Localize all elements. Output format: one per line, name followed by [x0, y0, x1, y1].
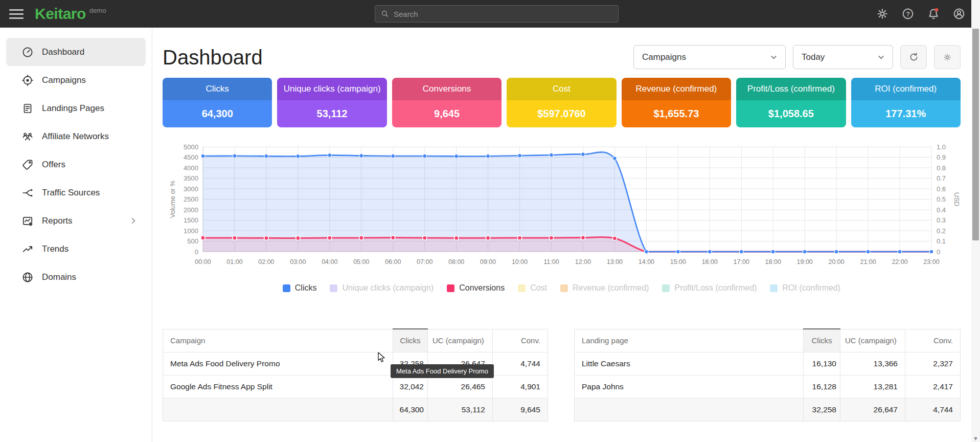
data-point[interactable]: [518, 153, 522, 158]
data-point[interactable]: [201, 236, 205, 240]
sidebar-item-domains[interactable]: Domains: [6, 263, 146, 291]
legend-item-conversions[interactable]: Conversions: [447, 283, 505, 293]
data-point[interactable]: [423, 236, 427, 240]
data-point[interactable]: [454, 154, 459, 159]
data-point[interactable]: [834, 250, 838, 254]
data-point[interactable]: [296, 154, 300, 159]
y-axis-tick: 2500: [184, 195, 198, 203]
refresh-button[interactable]: [900, 45, 927, 69]
legend-item-unique-clicks-campaign-[interactable]: Unique clicks (campaign): [330, 283, 434, 293]
dashboard-settings-button[interactable]: [934, 45, 961, 69]
data-point[interactable]: [929, 250, 933, 254]
sidebar-item-affiliate-networks[interactable]: Affiliate Networks: [6, 122, 146, 150]
notifications-bell-icon[interactable]: [927, 7, 940, 20]
sidebar-item-landings-pages[interactable]: Landings Pages: [6, 94, 146, 122]
metric-card-cost[interactable]: Cost$597.0760: [507, 78, 616, 127]
metric-card-roi-confirmed-[interactable]: ROI (confirmed)177.31%: [851, 78, 961, 127]
metric-card-unique-clicks-campaign-[interactable]: Unique clicks (campaign)53,112: [277, 78, 386, 127]
data-point[interactable]: [581, 235, 585, 239]
legend-item-revenue-confirmed-[interactable]: Revenue (confirmed): [560, 283, 649, 293]
table-row[interactable]: Google Ads Fitness App Split32,04226,465…: [163, 375, 548, 398]
sidebar-item-label: Landings Pages: [42, 103, 104, 114]
sidebar-item-offers[interactable]: Offers: [6, 150, 146, 179]
data-point[interactable]: [549, 236, 553, 240]
data-point[interactable]: [898, 250, 902, 254]
search-input[interactable]: [394, 10, 613, 18]
metric-card-value: 177.31%: [851, 100, 961, 127]
x-axis-tick: 22:00: [892, 258, 907, 266]
data-point[interactable]: [423, 154, 427, 158]
y2-axis-tick: 0.5: [937, 195, 946, 203]
hamburger-menu-icon[interactable]: [9, 7, 24, 21]
sidebar-item-dashboard[interactable]: Dashboard: [6, 38, 146, 66]
page-title: Dashboard: [163, 46, 263, 69]
column-header-conv-[interactable]: Conv.: [905, 329, 961, 352]
sidebar-item-traffic-sources[interactable]: Traffic Sources: [6, 179, 146, 207]
column-header-clicks[interactable]: Clicks: [804, 329, 840, 352]
metric-card-profit-loss-confirmed-[interactable]: Profit/Loss (confirmed)$1,058.65: [736, 78, 846, 127]
user-avatar-icon[interactable]: [952, 7, 966, 20]
data-point[interactable]: [328, 236, 332, 240]
data-point[interactable]: [296, 236, 300, 240]
metric-card-value: 53,112: [277, 100, 386, 127]
column-header-campaign[interactable]: Campaign: [163, 329, 393, 352]
data-point[interactable]: [264, 236, 268, 240]
column-header-uc-campaign-[interactable]: UC (campaign): [428, 329, 493, 352]
total-cell: 64,300: [393, 398, 428, 421]
legend-item-profit-loss-confirmed-[interactable]: Profit/Loss (confirmed): [662, 283, 757, 293]
table-row[interactable]: Papa Johns16,12813,2812,417: [575, 375, 961, 398]
y-axis-tick: 500: [187, 237, 198, 245]
data-point[interactable]: [612, 236, 617, 240]
data-point[interactable]: [233, 236, 237, 240]
column-header-uc-campaign-[interactable]: UC (campaign): [840, 329, 905, 352]
data-point[interactable]: [201, 154, 205, 158]
settings-gear-icon[interactable]: [876, 7, 889, 20]
legend-swatch: [770, 284, 778, 292]
data-point[interactable]: [391, 154, 395, 158]
legend-label: Cost: [530, 283, 547, 293]
metric-card-conversions[interactable]: Conversions9,645: [392, 78, 502, 127]
sidebar-item-reports[interactable]: Reports: [6, 207, 146, 235]
metric-card-revenue-confirmed-[interactable]: Revenue (confirmed)$1,655.73: [622, 78, 731, 127]
legend-item-clicks[interactable]: Clicks: [283, 283, 317, 293]
global-search[interactable]: [375, 5, 619, 23]
data-point[interactable]: [486, 236, 490, 240]
y2-axis-tick: 1.0: [937, 143, 946, 151]
data-point[interactable]: [740, 250, 744, 254]
column-header-clicks[interactable]: Clicks: [393, 329, 428, 352]
data-point[interactable]: [550, 153, 554, 157]
metric-card-clicks[interactable]: Clicks64,300: [163, 78, 272, 127]
data-point[interactable]: [359, 154, 363, 158]
data-point[interactable]: [359, 236, 363, 240]
column-header-conv-[interactable]: Conv.: [493, 329, 548, 352]
legend-item-roi-confirmed-[interactable]: ROI (confirmed): [770, 283, 840, 293]
sidebar-item-campaigns[interactable]: Campaigns: [6, 66, 146, 94]
date-range-select[interactable]: Today: [793, 45, 893, 69]
x-axis-tick: 09:00: [480, 258, 496, 266]
data-point[interactable]: [676, 250, 680, 254]
data-point[interactable]: [613, 157, 617, 161]
data-point[interactable]: [233, 154, 237, 158]
legend-item-cost[interactable]: Cost: [518, 283, 547, 293]
data-point[interactable]: [454, 236, 459, 240]
campaigns-filter-select[interactable]: Campaigns: [633, 45, 786, 69]
column-header-landing-page[interactable]: Landing page: [575, 329, 804, 352]
data-point[interactable]: [581, 152, 585, 157]
data-point[interactable]: [771, 250, 775, 254]
metric-card-label: Profit/Loss (confirmed): [736, 78, 846, 100]
data-point[interactable]: [708, 250, 712, 254]
data-point[interactable]: [803, 250, 807, 254]
data-point[interactable]: [866, 250, 870, 254]
sidebar-item-trends[interactable]: Trends: [6, 235, 146, 263]
data-point[interactable]: [328, 153, 332, 158]
data-point[interactable]: [645, 250, 649, 254]
data-point[interactable]: [264, 154, 268, 158]
data-point[interactable]: [517, 236, 521, 240]
data-point[interactable]: [486, 154, 490, 158]
data-point[interactable]: [391, 235, 395, 239]
scrollbar-thumb[interactable]: [972, 29, 979, 240]
page-scrollbar[interactable]: ▼: [971, 0, 980, 442]
scrollbar-down-arrow[interactable]: ▼: [971, 435, 980, 441]
table-row[interactable]: Little Caesars16,13013,3662,327: [575, 352, 961, 375]
help-icon[interactable]: ?: [901, 7, 915, 20]
